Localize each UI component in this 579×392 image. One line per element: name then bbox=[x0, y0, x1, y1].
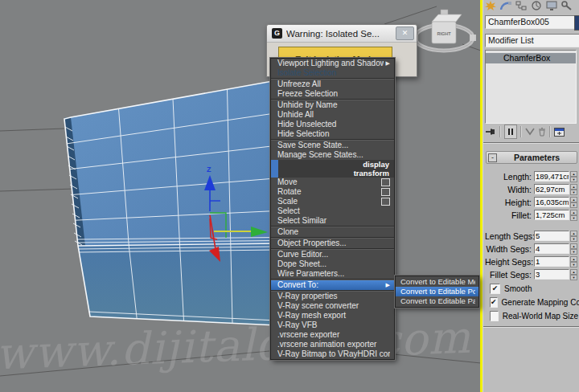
checkbox[interactable]: ✔ bbox=[490, 284, 500, 294]
menu-item[interactable]: Dope Sheet... bbox=[271, 259, 394, 269]
spinner-down-icon[interactable]: ▼ bbox=[570, 262, 577, 267]
gizmo-z-label: Z bbox=[207, 165, 211, 174]
spinner-down-icon[interactable]: ▼ bbox=[570, 249, 577, 255]
spinner-up-icon[interactable]: ▲ bbox=[570, 210, 577, 215]
modify-tab-icon[interactable] bbox=[500, 1, 511, 10]
spinner[interactable]: ▲▼ bbox=[570, 269, 577, 280]
menu-item[interactable]: Curve Editor... bbox=[271, 250, 394, 259]
spinner-up-icon[interactable]: ▲ bbox=[570, 269, 577, 275]
parameter-value-field[interactable]: 1,725cm bbox=[534, 210, 569, 220]
parameter-value-field[interactable]: 189,471cm bbox=[534, 171, 569, 182]
menu-item[interactable]: Hide Selection bbox=[271, 129, 394, 139]
menu-item[interactable]: Move bbox=[271, 178, 394, 187]
motion-tab-icon[interactable] bbox=[531, 1, 542, 10]
parameter-value-field[interactable]: 1 bbox=[534, 256, 569, 267]
display-tab-icon[interactable] bbox=[546, 1, 557, 10]
spinner[interactable]: ▲▼ bbox=[570, 171, 577, 182]
modifier-stack-toolbar bbox=[485, 125, 577, 139]
menu-item[interactable]: Unhide by Name bbox=[271, 100, 394, 110]
spinner[interactable]: ▲▼ bbox=[570, 243, 577, 254]
parameter-value-field[interactable]: 5 bbox=[534, 231, 569, 241]
close-icon[interactable]: ✕ bbox=[396, 27, 414, 40]
menu-item[interactable]: V-Ray scene converter bbox=[271, 301, 394, 311]
menu-item[interactable]: Freeze Selection bbox=[271, 89, 394, 99]
parameters-rollout-header[interactable]: - Parameters bbox=[486, 151, 577, 164]
menu-item[interactable]: V-Ray VFB bbox=[271, 321, 394, 330]
menu-item[interactable]: Convert to Editable Mesh bbox=[396, 277, 478, 287]
menu-item[interactable]: Convert to Editable Patch bbox=[396, 296, 478, 306]
menu-item[interactable]: Convert To:▶ bbox=[271, 280, 394, 290]
spinner-up-icon[interactable]: ▲ bbox=[570, 197, 577, 202]
dialog-titlebar[interactable]: G Warning: Isolated Se... ✕ bbox=[267, 25, 417, 43]
menu-item[interactable]: V-Ray properties bbox=[271, 292, 394, 301]
menu-item[interactable]: Hide Unselected bbox=[271, 120, 394, 129]
parameter-value-field[interactable]: 4 bbox=[534, 243, 569, 254]
rollout-title: Parameters bbox=[497, 153, 577, 162]
checkbox-row: ✔Smooth bbox=[490, 284, 578, 293]
rollout-collapse-icon[interactable]: - bbox=[488, 153, 497, 162]
menu-item-label: Unfreeze All bbox=[277, 80, 390, 89]
hierarchy-tab-icon[interactable] bbox=[515, 1, 527, 10]
menu-item[interactable]: Unhide All bbox=[271, 110, 394, 120]
parameter-label: Length: bbox=[485, 172, 534, 182]
spinner[interactable]: ▲▼ bbox=[570, 256, 577, 267]
show-end-result-icon[interactable] bbox=[504, 125, 517, 139]
spinner-down-icon[interactable]: ▼ bbox=[570, 275, 577, 280]
spinner-up-icon[interactable]: ▲ bbox=[570, 243, 577, 249]
menu-item[interactable]: Wire Parameters... bbox=[271, 269, 394, 279]
spinner-down-icon[interactable]: ▼ bbox=[570, 202, 577, 208]
menu-item[interactable]: V-Ray mesh export bbox=[271, 311, 394, 321]
parameter-label: Fillet: bbox=[485, 210, 534, 220]
chamferbox-object[interactable] bbox=[64, 80, 281, 325]
remove-modifier-icon[interactable] bbox=[538, 125, 546, 138]
menu-item[interactable]: Scale bbox=[271, 197, 394, 206]
spinner-down-icon[interactable]: ▼ bbox=[570, 236, 577, 242]
menu-item[interactable]: Select bbox=[271, 206, 394, 216]
menu-item[interactable]: Viewport Lighting and Shadows▶ bbox=[271, 59, 394, 68]
spinner-up-icon[interactable]: ▲ bbox=[570, 184, 577, 190]
menu-item[interactable]: Save Scene State... bbox=[271, 141, 394, 150]
spinner[interactable]: ▲▼ bbox=[570, 210, 577, 220]
menu-item[interactable]: Convert to Editable Poly bbox=[396, 287, 478, 296]
object-name-field[interactable]: ChamferBox005 bbox=[485, 15, 575, 29]
parameter-value-field[interactable]: 16,035cm bbox=[534, 197, 569, 207]
spinner[interactable]: ▲▼ bbox=[570, 184, 577, 194]
menu-item[interactable]: Unfreeze All bbox=[271, 80, 394, 89]
spinner-up-icon[interactable]: ▲ bbox=[570, 171, 577, 177]
checkbox[interactable] bbox=[490, 311, 499, 321]
menu-item-label: Hide Unselected bbox=[277, 120, 390, 129]
spinner-down-icon[interactable]: ▼ bbox=[570, 215, 577, 221]
menu-item[interactable]: .vrscene exporter bbox=[271, 330, 394, 340]
dimension-parameters: Length:189,471cm▲▼Width:62,97cm▲▼Height:… bbox=[485, 171, 578, 223]
checkbox[interactable]: ✔ bbox=[490, 297, 498, 308]
menu-item-label: .vrscene exporter bbox=[277, 330, 390, 340]
menu-item[interactable]: Isolate Selection bbox=[271, 68, 394, 78]
object-color-swatch[interactable] bbox=[574, 15, 579, 31]
menu-item-label: Unhide All bbox=[277, 110, 390, 120]
menu-item[interactable]: Object Properties... bbox=[271, 239, 394, 248]
pin-stack-icon[interactable] bbox=[485, 125, 496, 138]
spinner[interactable]: ▲▼ bbox=[570, 231, 577, 241]
configure-modifier-sets-icon[interactable] bbox=[554, 125, 565, 138]
spinner-down-icon[interactable]: ▼ bbox=[570, 177, 577, 182]
spinner-down-icon[interactable]: ▼ bbox=[570, 190, 577, 195]
utilities-tab-icon[interactable] bbox=[561, 1, 573, 10]
parameter-row: Fillet:1,725cm▲▼ bbox=[485, 210, 578, 220]
menu-item[interactable]: Clone bbox=[271, 227, 394, 237]
parameter-value-field[interactable]: 3 bbox=[534, 269, 569, 280]
create-tab-icon[interactable] bbox=[485, 1, 496, 10]
parameter-row: Height Segs:1▲▼ bbox=[485, 256, 578, 267]
menu-item[interactable]: .vrscene animation exporter bbox=[271, 340, 394, 349]
spinner[interactable]: ▲▼ bbox=[570, 197, 577, 207]
spinner-up-icon[interactable]: ▲ bbox=[570, 256, 577, 262]
menu-item[interactable]: Select Similar bbox=[271, 216, 394, 226]
menu-item[interactable]: Manage Scene States... bbox=[271, 150, 394, 160]
parameter-value-field[interactable]: 62,97cm bbox=[534, 184, 569, 194]
modifier-list-dropdown[interactable]: Modifier List bbox=[485, 34, 579, 47]
menu-item[interactable]: Rotate bbox=[271, 187, 394, 197]
make-unique-icon[interactable] bbox=[525, 125, 535, 138]
modifier-stack-item[interactable]: ChamferBox bbox=[486, 53, 576, 63]
menu-item[interactable]: V-Ray Bitmap to VRayHDRI converter bbox=[271, 349, 394, 359]
spinner-up-icon[interactable]: ▲ bbox=[570, 231, 577, 236]
viewcube[interactable]: RIGHT bbox=[412, 10, 476, 51]
